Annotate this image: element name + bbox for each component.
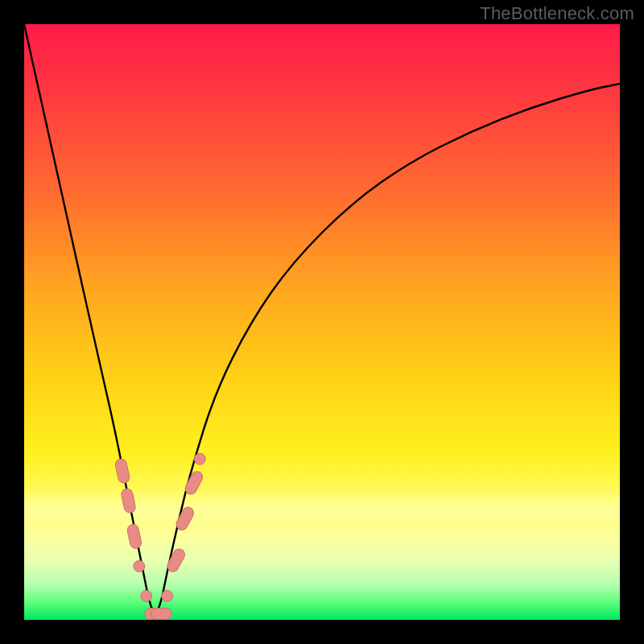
bottleneck-curve-svg <box>24 24 620 620</box>
chart-frame: TheBottleneck.com <box>0 0 644 644</box>
attribution-label: TheBottleneck.com <box>480 3 634 24</box>
data-marker <box>114 458 130 484</box>
data-marker <box>175 506 196 532</box>
data-marker <box>184 469 204 496</box>
data-marker <box>165 547 186 573</box>
data-marker <box>121 488 137 514</box>
data-marker <box>151 609 171 620</box>
data-marker <box>162 590 173 601</box>
data-marker <box>194 453 205 464</box>
data-marker <box>134 560 145 572</box>
markers-group <box>114 453 205 619</box>
data-marker <box>141 590 152 601</box>
data-marker <box>126 523 142 549</box>
bottleneck-curve <box>24 24 620 613</box>
plot-area <box>24 24 620 620</box>
